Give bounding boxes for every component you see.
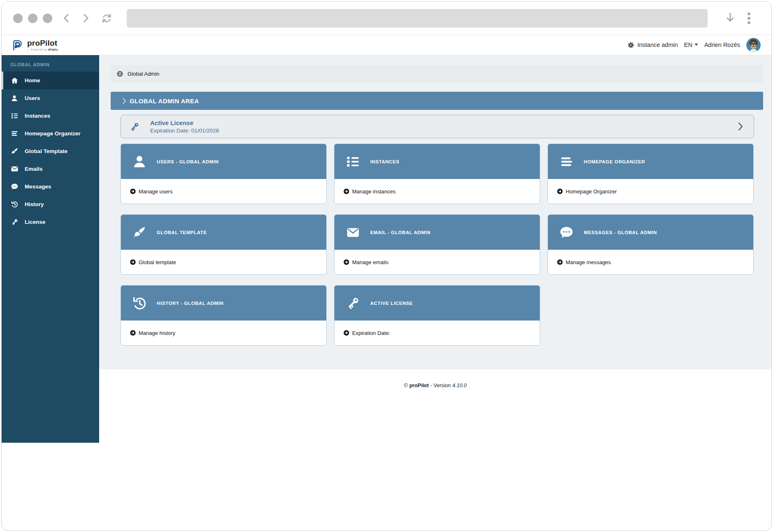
expiration-date-link[interactable]: Expiration Date: xyxy=(344,330,390,336)
card-users-global-admin: USERS - GLOBAL ADMIN Manage users xyxy=(121,144,327,204)
message-icon xyxy=(10,183,19,190)
header-right: Instance admin EN Adrien Rozès xyxy=(627,38,761,52)
sidebar-item-label: License xyxy=(25,219,45,225)
main-area: Global Admin GLOBAL ADMIN AREA Active Li… xyxy=(99,55,771,443)
sidebar-item-label: Global Template xyxy=(25,148,67,154)
download-icon xyxy=(725,12,736,24)
card-title: GLOBAL TEMPLATE xyxy=(157,230,207,235)
arrow-circle-icon xyxy=(557,188,563,194)
card-homepage-organizer: HOMEPAGE ORGANIZER Homepage Organizer xyxy=(548,144,754,204)
card-header: EMAIL - GLOBAL ADMIN xyxy=(334,215,540,250)
section-banner-title: GLOBAL ADMIN AREA xyxy=(130,98,199,105)
powered-by-label: — Powered by dFakto xyxy=(27,48,58,51)
chevron-down-icon xyxy=(694,44,698,46)
bars-icon xyxy=(10,130,19,137)
gear-icon xyxy=(627,42,634,49)
card-title: ACTIVE LICENSE xyxy=(370,301,413,306)
license-title: Active License xyxy=(150,119,219,126)
admin-cards-grid: USERS - GLOBAL ADMIN Manage users xyxy=(121,144,754,346)
card-global-template: GLOBAL TEMPLATE Global template xyxy=(121,214,327,275)
key-icon xyxy=(129,121,140,132)
window-control-dot xyxy=(13,14,23,23)
globe-icon xyxy=(117,71,123,77)
browser-back-button[interactable] xyxy=(61,13,72,23)
browser-download-button[interactable] xyxy=(725,12,736,24)
sidebar-item-label: Emails xyxy=(25,166,43,172)
avatar[interactable] xyxy=(746,38,761,52)
sidebar-item-messages[interactable]: Messages xyxy=(2,178,99,195)
manage-emails-link[interactable]: Manage emails xyxy=(344,259,388,265)
refresh-icon xyxy=(101,12,113,24)
sidebar-item-label: Instances xyxy=(25,113,50,119)
history-icon xyxy=(131,295,148,311)
homepage-organizer-link[interactable]: Homepage Organizer xyxy=(557,188,617,195)
card-header: GLOBAL TEMPLATE xyxy=(121,215,326,250)
sidebar-item-users[interactable]: Users xyxy=(2,89,99,107)
language-dropdown[interactable]: EN xyxy=(684,42,698,48)
browser-menu-button[interactable] xyxy=(747,12,751,25)
card-header: HOMEPAGE ORGANIZER xyxy=(548,144,753,179)
card-title: EMAIL - GLOBAL ADMIN xyxy=(370,230,431,235)
instance-admin-button[interactable]: Instance admin xyxy=(627,42,678,49)
bars-icon xyxy=(558,154,575,169)
sidebar-item-history[interactable]: History xyxy=(2,195,99,213)
card-active-license: ACTIVE LICENSE Expiration Date: xyxy=(334,285,540,346)
sidebar-item-label: Homepage Organizer xyxy=(25,130,81,137)
card-email-global-admin: EMAIL - GLOBAL ADMIN Manage emails xyxy=(334,214,540,275)
sidebar-item-label: Home xyxy=(25,77,40,84)
envelope-icon xyxy=(345,225,361,239)
instance-admin-label: Instance admin xyxy=(637,42,678,48)
user-icon xyxy=(10,95,19,102)
history-icon xyxy=(10,200,19,208)
card-header: USERS - GLOBAL ADMIN xyxy=(121,144,326,179)
sidebar-item-emails[interactable]: Emails xyxy=(2,160,99,178)
cards-section: Active License Expiration Date: 01/01/20… xyxy=(111,115,754,346)
card-title: HISTORY - GLOBAL ADMIN xyxy=(157,301,224,306)
card-title: MESSAGES - GLOBAL ADMIN xyxy=(584,230,657,235)
app-header: proPilot — Powered by dFakto Instance ad… xyxy=(2,35,771,55)
window-controls xyxy=(13,14,52,23)
envelope-icon xyxy=(10,165,19,173)
arrow-circle-icon xyxy=(344,259,349,265)
browser-forward-button[interactable] xyxy=(80,13,91,23)
manage-history-link[interactable]: Manage history xyxy=(130,330,175,336)
card-title: INSTANCES xyxy=(370,159,399,164)
user-name[interactable]: Adrien Rozès xyxy=(704,42,740,48)
card-header: INSTANCES xyxy=(334,144,540,179)
sidebar-item-license[interactable]: License xyxy=(2,213,99,231)
active-license-bar[interactable]: Active License Expiration Date: 01/01/20… xyxy=(121,115,754,138)
global-template-link[interactable]: Global template xyxy=(130,259,176,265)
sidebar-item-label: Users xyxy=(25,95,40,101)
key-icon xyxy=(10,218,19,226)
footer: ©proPilot- Version4.10.0 xyxy=(99,383,771,388)
copyright-symbol: © xyxy=(404,383,408,388)
propilot-logo[interactable]: proPilot — Powered by dFakto xyxy=(10,38,58,52)
propilot-logo-icon xyxy=(10,38,24,52)
brand-name: proPilot xyxy=(27,39,58,47)
sidebar-item-instances[interactable]: Instances xyxy=(2,107,99,125)
sidebar-item-homepage-organizer[interactable]: Homepage Organizer xyxy=(2,125,99,142)
window-control-dot xyxy=(43,14,52,23)
arrow-circle-icon xyxy=(557,259,563,265)
sidebar-item-home[interactable]: Home xyxy=(2,72,99,89)
card-header: ACTIVE LICENSE xyxy=(334,286,540,321)
content-panel: Global Admin GLOBAL ADMIN AREA Active Li… xyxy=(99,55,771,369)
kebab-menu-icon xyxy=(747,12,751,25)
url-bar[interactable] xyxy=(127,9,708,28)
manage-users-link[interactable]: Manage users xyxy=(130,188,172,195)
key-icon xyxy=(345,296,361,311)
sidebar-item-global-template[interactable]: Global Template xyxy=(2,142,99,160)
arrow-circle-icon xyxy=(344,330,349,336)
breadcrumb: Global Admin xyxy=(111,65,763,83)
arrow-circle-icon xyxy=(130,259,136,265)
manage-messages-link[interactable]: Manage messages xyxy=(557,259,611,265)
arrow-circle-icon xyxy=(344,188,349,194)
chevron-right-icon xyxy=(123,98,126,104)
browser-refresh-button[interactable] xyxy=(101,12,113,24)
breadcrumb-global-admin[interactable]: Global Admin xyxy=(128,71,159,77)
footer-brand: proPilot xyxy=(409,383,429,388)
user-icon xyxy=(131,154,148,169)
manage-instances-link[interactable]: Manage instances xyxy=(344,188,396,195)
app-body: GLOBAL ADMIN Home Users Instances xyxy=(2,55,771,443)
forward-icon xyxy=(80,13,91,23)
